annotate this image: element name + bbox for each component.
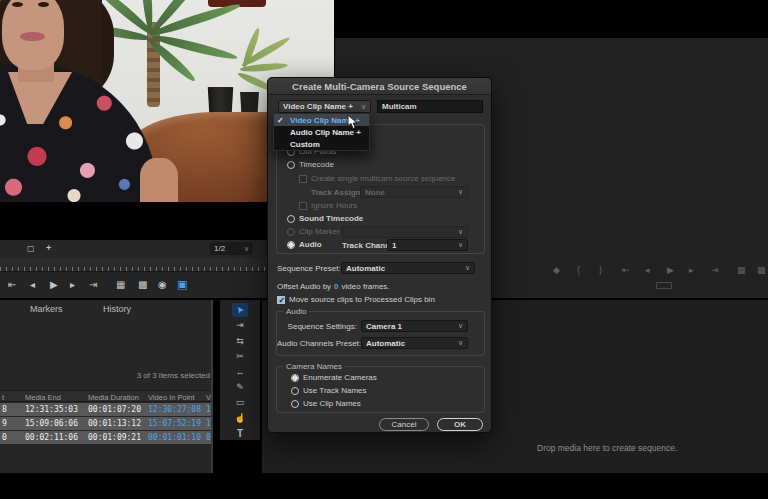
hand-tool[interactable]: ☝ <box>232 411 248 425</box>
chevron-down-icon: ∨ <box>458 241 463 249</box>
audio-option[interactable]: Audio <box>287 240 322 250</box>
timecode-label: Timecode <box>299 160 334 170</box>
selection-tool[interactable]: ➤ <box>232 303 248 317</box>
pen-tool[interactable]: ✎ <box>232 380 248 394</box>
type-icon: T <box>237 428 243 439</box>
enumerate-cameras-option[interactable]: Enumerate Cameras <box>291 373 377 383</box>
insert-icon[interactable]: ▦ <box>116 280 125 290</box>
mark-out-icon[interactable]: } <box>599 266 602 275</box>
clip-name-dropdown[interactable]: Video Clip Name + ∨ <box>278 100 371 113</box>
offset-audio-prefix: Offset Audio by <box>277 282 331 292</box>
audio-group-label: Audio <box>283 307 309 316</box>
table-row[interactable]: 9 15:09:06:06 00:01:13:12 15:07:52:19 1 <box>0 417 212 430</box>
clip-marker-label: Clip Marker <box>299 227 340 237</box>
radio-icon <box>287 161 295 169</box>
ignore-hours-option[interactable]: Ignore Hours <box>299 201 357 211</box>
track-select-forward-icon: ⇥ <box>236 320 244 330</box>
track-channel-dropdown[interactable]: 1 ∨ <box>387 239 468 251</box>
type-tool[interactable]: T <box>232 426 248 440</box>
clip-name-dropdown-value: Video Clip Name + <box>283 102 353 111</box>
selection-tool-icon: ➤ <box>234 304 247 316</box>
move-source-option[interactable]: Move source clips to Processed Clips bin <box>277 295 435 305</box>
comparison-view-button[interactable] <box>656 282 672 289</box>
sequence-name-input[interactable]: Multicam <box>377 100 483 113</box>
slip-icon: ↔ <box>236 367 245 377</box>
column-header-media-duration[interactable]: Media Duration <box>88 393 139 402</box>
step-forward-icon[interactable]: ▸ <box>70 280 75 290</box>
cell-partial-left: 9 <box>2 419 7 428</box>
slip-tool[interactable]: ↔ <box>232 365 248 379</box>
sequence-settings-label: Sequence Settings: <box>277 322 357 332</box>
ok-button[interactable]: OK <box>437 418 483 431</box>
panel-scrollbar[interactable] <box>211 300 213 473</box>
table-row[interactable]: 8 12:31:35:03 00:01:07:20 12:30:27:08 1 <box>0 403 212 416</box>
zoom-level-dropdown[interactable]: 1/2 ∨ <box>210 242 253 255</box>
menu-item-label: Custom <box>290 140 320 149</box>
step-back-icon[interactable]: ◂ <box>30 280 35 290</box>
radio-icon <box>287 215 295 223</box>
safe-margins-icon[interactable]: ▢ <box>27 245 35 253</box>
cell-media-duration: 00:01:07:20 <box>88 405 141 414</box>
table-row[interactable]: 0 00:02:11:06 00:01:09:21 00:01:01:10 0 <box>0 431 212 444</box>
jump-to-in-icon[interactable]: ⇤ <box>8 280 16 290</box>
mark-in-icon[interactable]: { <box>577 266 580 275</box>
export-frame-icon[interactable]: ◉ <box>158 280 167 290</box>
multicam-view-icon[interactable]: ▣ <box>177 279 187 290</box>
use-track-names-label: Use Track Names <box>303 386 367 396</box>
lift-icon[interactable]: ▦ <box>737 266 746 275</box>
column-header-partial-left[interactable]: t <box>2 393 4 402</box>
jump-to-out-icon[interactable]: ⇥ <box>89 280 97 290</box>
sequence-preset-dropdown[interactable]: Automatic ∨ <box>341 262 475 274</box>
hand-icon: ☝ <box>234 413 245 423</box>
jump-to-out-icon[interactable]: ⇥ <box>711 266 719 275</box>
dialog-title[interactable]: Create Multi-Camera Source Sequence <box>268 78 491 95</box>
extract-icon[interactable]: ▩ <box>757 266 766 275</box>
jump-to-in-icon[interactable]: ⇤ <box>622 266 630 275</box>
track-channel-value: 1 <box>392 241 396 250</box>
timecode-option[interactable]: Timecode <box>287 160 334 170</box>
woman-eye <box>38 2 49 7</box>
offset-audio-value[interactable]: 0 <box>334 282 338 292</box>
woman-lips <box>20 32 45 41</box>
overwrite-icon[interactable]: ▩ <box>138 280 147 290</box>
track-select-forward-tool[interactable]: ⇥ <box>232 318 248 332</box>
play-icon[interactable]: ▶ <box>50 280 58 290</box>
cell-media-end: 00:02:11:06 <box>25 433 78 442</box>
step-forward-icon[interactable]: ▸ <box>689 266 694 275</box>
play-icon[interactable]: ▶ <box>667 266 674 275</box>
project-panel: Markers History 3 of 3 items selected t … <box>0 300 213 473</box>
column-header-media-end[interactable]: Media End <box>25 393 61 402</box>
tab-markers[interactable]: Markers <box>30 304 63 314</box>
rectangle-tool[interactable]: ▭ <box>232 395 248 409</box>
column-header-video-in-point[interactable]: Video In Point <box>148 393 195 402</box>
radio-icon <box>291 400 299 408</box>
add-marker-icon[interactable]: + <box>46 244 51 253</box>
audio-channels-dropdown[interactable]: Automatic ∨ <box>361 337 468 349</box>
ripple-edit-icon: ⇆ <box>236 336 244 346</box>
tools-panel: ➤ ⇥ ⇆ ✂ ↔ ✎ ▭ ☝ T <box>220 300 260 440</box>
razor-tool[interactable]: ✂ <box>232 349 248 363</box>
radio-icon <box>291 374 299 382</box>
cell-media-duration: 00:01:13:12 <box>88 419 141 428</box>
tab-history[interactable]: History <box>103 304 131 314</box>
ripple-edit-tool[interactable]: ⇆ <box>232 334 248 348</box>
cancel-button[interactable]: Cancel <box>379 418 429 431</box>
cell-partial-left: 8 <box>2 405 7 414</box>
chevron-down-icon: ∨ <box>465 264 470 272</box>
sequence-settings-dropdown[interactable]: Camera 1 ∨ <box>361 320 468 332</box>
cell-partial-left: 0 <box>2 433 7 442</box>
woman-eye <box>12 2 23 7</box>
marker-icon[interactable]: ◆ <box>553 266 560 275</box>
create-single-option[interactable]: Create single multicam source sequence <box>299 174 456 184</box>
cell-media-end: 12:31:35:03 <box>25 405 78 414</box>
audio-label: Audio <box>299 240 322 250</box>
checkbox-icon <box>299 175 307 183</box>
chevron-down-icon: ∨ <box>361 103 366 111</box>
menu-item-custom[interactable]: Custom <box>274 138 369 150</box>
use-clip-names-option[interactable]: Use Clip Names <box>291 399 361 409</box>
use-track-names-option[interactable]: Use Track Names <box>291 386 367 396</box>
step-back-icon[interactable]: ◂ <box>645 266 650 275</box>
table-header-row[interactable]: t Media End Media Duration Video In Poin… <box>0 390 213 402</box>
enumerate-cameras-label: Enumerate Cameras <box>303 373 377 383</box>
sound-timecode-option[interactable]: Sound Timecode <box>287 214 363 224</box>
